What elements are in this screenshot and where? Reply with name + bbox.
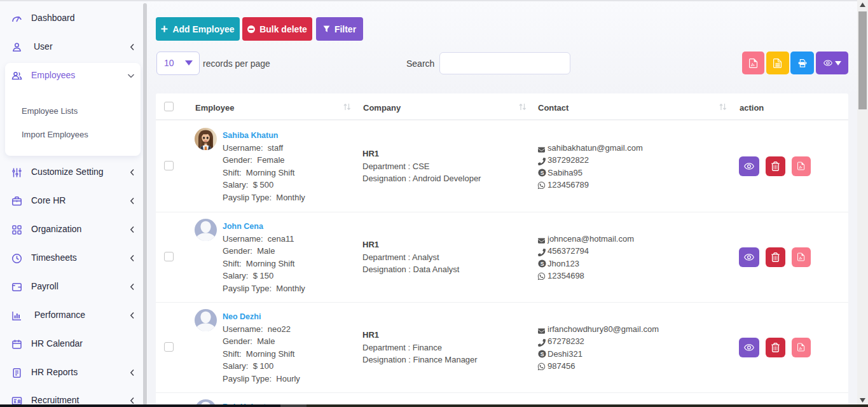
svg-text:S: S [541,260,544,266]
svg-text:S: S [541,169,544,176]
svg-text:S: S [541,350,544,357]
